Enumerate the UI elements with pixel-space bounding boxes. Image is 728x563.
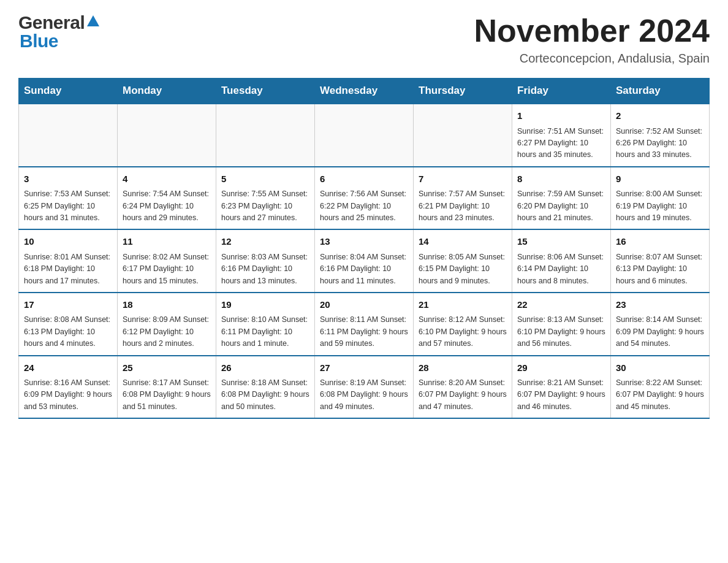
day-info: Sunrise: 8:21 AM Sunset: 6:07 PM Dayligh… bbox=[517, 377, 605, 413]
day-info: Sunrise: 8:00 AM Sunset: 6:19 PM Dayligh… bbox=[616, 188, 704, 224]
day-info: Sunrise: 8:16 AM Sunset: 6:09 PM Dayligh… bbox=[24, 377, 112, 413]
calendar-cell: 7Sunrise: 7:57 AM Sunset: 6:21 PM Daylig… bbox=[414, 167, 512, 230]
calendar-cell: 19Sunrise: 8:10 AM Sunset: 6:11 PM Dayli… bbox=[216, 293, 315, 356]
day-number: 24 bbox=[24, 361, 112, 375]
title-area: November 2024 Corteconcepcion, Andalusia… bbox=[474, 12, 710, 66]
col-header-saturday: Saturday bbox=[611, 79, 710, 104]
logo-general-text: General bbox=[18, 12, 85, 33]
day-number: 27 bbox=[320, 361, 408, 375]
day-number: 19 bbox=[221, 298, 309, 312]
day-number: 15 bbox=[517, 235, 605, 249]
day-number: 14 bbox=[419, 235, 507, 249]
day-number: 2 bbox=[616, 109, 704, 123]
day-number: 1 bbox=[517, 109, 605, 123]
day-number: 3 bbox=[24, 172, 112, 186]
calendar-week-row: 24Sunrise: 8:16 AM Sunset: 6:09 PM Dayli… bbox=[19, 356, 710, 419]
day-info: Sunrise: 7:52 AM Sunset: 6:26 PM Dayligh… bbox=[616, 126, 704, 161]
day-info: Sunrise: 8:10 AM Sunset: 6:11 PM Dayligh… bbox=[221, 314, 309, 350]
calendar-cell: 30Sunrise: 8:22 AM Sunset: 6:07 PM Dayli… bbox=[611, 356, 710, 419]
day-info: Sunrise: 8:07 AM Sunset: 6:13 PM Dayligh… bbox=[616, 251, 704, 287]
day-number: 23 bbox=[616, 298, 704, 312]
logo: General Blue bbox=[18, 12, 99, 52]
col-header-friday: Friday bbox=[512, 79, 611, 104]
day-number: 18 bbox=[123, 298, 211, 312]
day-number: 20 bbox=[320, 298, 408, 312]
day-number: 9 bbox=[616, 172, 704, 186]
day-info: Sunrise: 7:59 AM Sunset: 6:20 PM Dayligh… bbox=[517, 188, 605, 224]
calendar-cell: 8Sunrise: 7:59 AM Sunset: 6:20 PM Daylig… bbox=[512, 167, 611, 230]
calendar-week-row: 10Sunrise: 8:01 AM Sunset: 6:18 PM Dayli… bbox=[19, 229, 710, 293]
day-info: Sunrise: 8:02 AM Sunset: 6:17 PM Dayligh… bbox=[123, 251, 211, 287]
day-info: Sunrise: 8:05 AM Sunset: 6:15 PM Dayligh… bbox=[419, 251, 507, 287]
day-number: 26 bbox=[221, 361, 309, 375]
day-number: 25 bbox=[123, 361, 211, 375]
day-info: Sunrise: 7:53 AM Sunset: 6:25 PM Dayligh… bbox=[24, 188, 112, 224]
calendar-cell: 24Sunrise: 8:16 AM Sunset: 6:09 PM Dayli… bbox=[19, 356, 118, 419]
day-info: Sunrise: 7:54 AM Sunset: 6:24 PM Dayligh… bbox=[123, 188, 211, 224]
calendar-cell bbox=[414, 104, 512, 167]
calendar-cell bbox=[19, 104, 118, 167]
col-header-tuesday: Tuesday bbox=[216, 79, 315, 104]
calendar-cell: 16Sunrise: 8:07 AM Sunset: 6:13 PM Dayli… bbox=[611, 229, 710, 293]
day-number: 30 bbox=[616, 361, 704, 375]
calendar-cell: 22Sunrise: 8:13 AM Sunset: 6:10 PM Dayli… bbox=[512, 293, 611, 356]
day-number: 4 bbox=[123, 172, 211, 186]
calendar-cell: 25Sunrise: 8:17 AM Sunset: 6:08 PM Dayli… bbox=[118, 356, 216, 419]
day-number: 5 bbox=[221, 172, 309, 186]
day-info: Sunrise: 7:51 AM Sunset: 6:27 PM Dayligh… bbox=[517, 126, 605, 161]
day-number: 10 bbox=[24, 235, 112, 249]
col-header-wednesday: Wednesday bbox=[315, 79, 414, 104]
col-header-sunday: Sunday bbox=[19, 79, 118, 104]
calendar-cell: 11Sunrise: 8:02 AM Sunset: 6:17 PM Dayli… bbox=[118, 229, 216, 293]
day-info: Sunrise: 7:57 AM Sunset: 6:21 PM Dayligh… bbox=[419, 188, 507, 224]
day-number: 16 bbox=[616, 235, 704, 249]
calendar-cell: 17Sunrise: 8:08 AM Sunset: 6:13 PM Dayli… bbox=[19, 293, 118, 356]
calendar-cell: 9Sunrise: 8:00 AM Sunset: 6:19 PM Daylig… bbox=[611, 167, 710, 230]
day-info: Sunrise: 8:09 AM Sunset: 6:12 PM Dayligh… bbox=[123, 314, 211, 350]
main-title: November 2024 bbox=[474, 12, 710, 49]
day-info: Sunrise: 8:11 AM Sunset: 6:11 PM Dayligh… bbox=[320, 314, 408, 350]
calendar-cell: 4Sunrise: 7:54 AM Sunset: 6:24 PM Daylig… bbox=[118, 167, 216, 230]
calendar-cell: 5Sunrise: 7:55 AM Sunset: 6:23 PM Daylig… bbox=[216, 167, 315, 230]
day-info: Sunrise: 8:14 AM Sunset: 6:09 PM Dayligh… bbox=[616, 314, 704, 350]
day-info: Sunrise: 8:20 AM Sunset: 6:07 PM Dayligh… bbox=[419, 377, 507, 413]
day-number: 12 bbox=[221, 235, 309, 249]
day-info: Sunrise: 7:55 AM Sunset: 6:23 PM Dayligh… bbox=[221, 188, 309, 224]
logo-triangle-icon bbox=[87, 15, 99, 26]
subtitle: Corteconcepcion, Andalusia, Spain bbox=[474, 52, 710, 66]
calendar-cell: 14Sunrise: 8:05 AM Sunset: 6:15 PM Dayli… bbox=[414, 229, 512, 293]
day-number: 7 bbox=[419, 172, 507, 186]
day-number: 29 bbox=[517, 361, 605, 375]
day-info: Sunrise: 8:17 AM Sunset: 6:08 PM Dayligh… bbox=[123, 377, 211, 413]
calendar-cell: 18Sunrise: 8:09 AM Sunset: 6:12 PM Dayli… bbox=[118, 293, 216, 356]
calendar-cell: 10Sunrise: 8:01 AM Sunset: 6:18 PM Dayli… bbox=[19, 229, 118, 293]
day-number: 28 bbox=[419, 361, 507, 375]
calendar-cell: 21Sunrise: 8:12 AM Sunset: 6:10 PM Dayli… bbox=[414, 293, 512, 356]
day-info: Sunrise: 8:13 AM Sunset: 6:10 PM Dayligh… bbox=[517, 314, 605, 350]
day-info: Sunrise: 8:22 AM Sunset: 6:07 PM Dayligh… bbox=[616, 377, 704, 413]
day-info: Sunrise: 8:03 AM Sunset: 6:16 PM Dayligh… bbox=[221, 251, 309, 287]
calendar-cell: 1Sunrise: 7:51 AM Sunset: 6:27 PM Daylig… bbox=[512, 104, 611, 167]
logo-blue-text: Blue bbox=[20, 31, 58, 52]
day-number: 22 bbox=[517, 298, 605, 312]
page-header: General Blue November 2024 Corteconcepci… bbox=[18, 12, 710, 66]
day-info: Sunrise: 8:19 AM Sunset: 6:08 PM Dayligh… bbox=[320, 377, 408, 413]
calendar-cell: 13Sunrise: 8:04 AM Sunset: 6:16 PM Dayli… bbox=[315, 229, 414, 293]
calendar-week-row: 17Sunrise: 8:08 AM Sunset: 6:13 PM Dayli… bbox=[19, 293, 710, 356]
day-number: 6 bbox=[320, 172, 408, 186]
day-info: Sunrise: 8:08 AM Sunset: 6:13 PM Dayligh… bbox=[24, 314, 112, 350]
day-number: 17 bbox=[24, 298, 112, 312]
day-info: Sunrise: 8:12 AM Sunset: 6:10 PM Dayligh… bbox=[419, 314, 507, 350]
calendar-cell: 28Sunrise: 8:20 AM Sunset: 6:07 PM Dayli… bbox=[414, 356, 512, 419]
day-info: Sunrise: 7:56 AM Sunset: 6:22 PM Dayligh… bbox=[320, 188, 408, 224]
calendar-cell: 3Sunrise: 7:53 AM Sunset: 6:25 PM Daylig… bbox=[19, 167, 118, 230]
calendar-cell: 27Sunrise: 8:19 AM Sunset: 6:08 PM Dayli… bbox=[315, 356, 414, 419]
calendar-cell: 23Sunrise: 8:14 AM Sunset: 6:09 PM Dayli… bbox=[611, 293, 710, 356]
calendar-cell bbox=[216, 104, 315, 167]
calendar-cell: 15Sunrise: 8:06 AM Sunset: 6:14 PM Dayli… bbox=[512, 229, 611, 293]
calendar-cell: 29Sunrise: 8:21 AM Sunset: 6:07 PM Dayli… bbox=[512, 356, 611, 419]
calendar-header-row: SundayMondayTuesdayWednesdayThursdayFrid… bbox=[19, 79, 710, 104]
day-number: 11 bbox=[123, 235, 211, 249]
col-header-thursday: Thursday bbox=[414, 79, 512, 104]
calendar-week-row: 3Sunrise: 7:53 AM Sunset: 6:25 PM Daylig… bbox=[19, 167, 710, 230]
